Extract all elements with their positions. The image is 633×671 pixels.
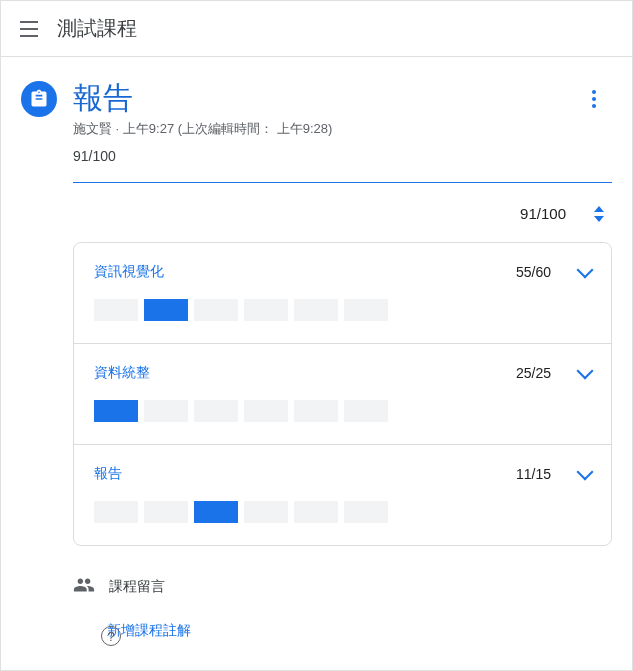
criterion-level-block[interactable] (144, 299, 188, 321)
people-icon (73, 574, 95, 600)
criterion-level-block[interactable] (194, 299, 238, 321)
rubric-criterion: 資料統整25/25 (74, 344, 611, 445)
rubric-total-score: 91/100 (520, 205, 566, 222)
criterion-right: 55/60 (516, 264, 591, 280)
assignment-score: 91/100 (73, 148, 576, 164)
assignment-icon (21, 81, 57, 117)
sort-toggle-icon[interactable] (594, 206, 604, 222)
edited-time: 上午9:28 (277, 121, 328, 136)
assignment-subtitle: 施文賢 · 上午9:27 (上次編輯時間： 上午9:28) (73, 120, 576, 138)
criterion-level-block[interactable] (294, 400, 338, 422)
criterion-level-block[interactable] (244, 299, 288, 321)
assignment-header-text: 報告 施文賢 · 上午9:27 (上次編輯時間： 上午9:28) 91/100 (73, 81, 576, 164)
criterion-score: 25/25 (516, 365, 551, 381)
criterion-title[interactable]: 資料統整 (94, 364, 150, 382)
criterion-header: 資訊視覺化55/60 (94, 263, 591, 281)
rubric-section: 91/100 資訊視覺化55/60資料統整25/25報告11/15 課程留言 (73, 205, 612, 600)
criterion-right: 11/15 (516, 466, 591, 482)
chevron-down-icon[interactable] (577, 464, 594, 481)
rubric-criterion: 資訊視覺化55/60 (74, 243, 611, 344)
assignment-author: 施文賢 (73, 121, 112, 136)
more-options-button[interactable] (576, 81, 612, 117)
chevron-down-icon[interactable] (577, 262, 594, 279)
criterion-level-block[interactable] (244, 501, 288, 523)
criterion-level-block[interactable] (94, 400, 138, 422)
criterion-levels (94, 400, 591, 422)
assignment-header: 報告 施文賢 · 上午9:27 (上次編輯時間： 上午9:28) 91/100 (21, 81, 612, 164)
criterion-level-block[interactable] (244, 400, 288, 422)
criterion-level-block[interactable] (344, 299, 388, 321)
menu-icon[interactable] (17, 17, 41, 41)
more-vert-icon (592, 90, 596, 108)
criterion-level-block[interactable] (94, 501, 138, 523)
rubric-total-row: 91/100 (73, 205, 612, 222)
criterion-score: 55/60 (516, 264, 551, 280)
class-comments-label: 課程留言 (109, 578, 165, 596)
criterion-level-block[interactable] (344, 501, 388, 523)
criterion-level-block[interactable] (294, 299, 338, 321)
posted-time: 上午9:27 (123, 121, 174, 136)
criterion-score: 11/15 (516, 466, 551, 482)
criterion-right: 25/25 (516, 365, 591, 381)
criterion-level-block[interactable] (194, 501, 238, 523)
criterion-header: 資料統整25/25 (94, 364, 591, 382)
add-class-comment-button[interactable]: 新增課程註解 (107, 622, 612, 640)
criterion-level-block[interactable] (144, 501, 188, 523)
criterion-title[interactable]: 報告 (94, 465, 122, 483)
criterion-levels (94, 501, 591, 523)
criterion-level-block[interactable] (344, 400, 388, 422)
criterion-levels (94, 299, 591, 321)
rubric-card: 資訊視覺化55/60資料統整25/25報告11/15 (73, 242, 612, 546)
edited-label: 上次編輯時間： (182, 121, 273, 136)
criterion-level-block[interactable] (294, 501, 338, 523)
rubric-criterion: 報告11/15 (74, 445, 611, 545)
criterion-title[interactable]: 資訊視覺化 (94, 263, 164, 281)
class-comments-header: 課程留言 (73, 574, 612, 600)
criterion-level-block[interactable] (194, 400, 238, 422)
chevron-down-icon[interactable] (577, 363, 594, 380)
course-title: 測試課程 (57, 15, 137, 42)
criterion-level-block[interactable] (94, 299, 138, 321)
criterion-level-block[interactable] (144, 400, 188, 422)
help-icon[interactable]: ? (101, 626, 121, 646)
criterion-header: 報告11/15 (94, 465, 591, 483)
header-divider (73, 182, 612, 183)
top-bar: 測試課程 (1, 1, 632, 57)
assignment-title: 報告 (73, 81, 576, 114)
main-content: 報告 施文賢 · 上午9:27 (上次編輯時間： 上午9:28) 91/100 … (1, 57, 632, 660)
